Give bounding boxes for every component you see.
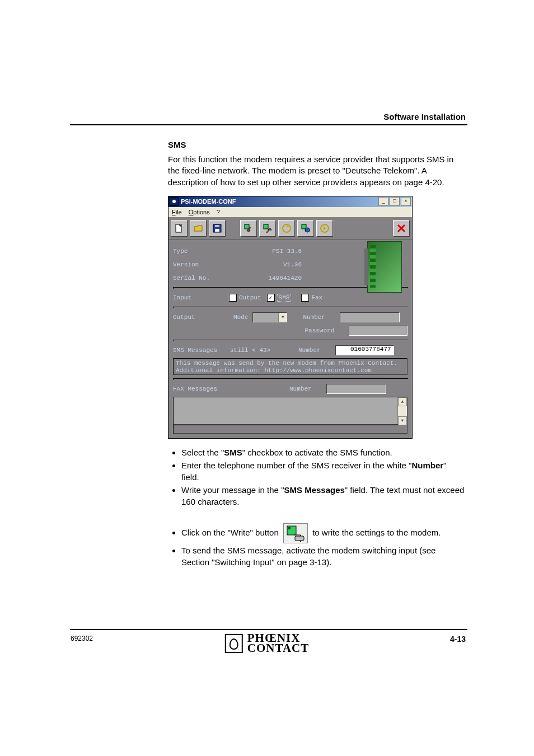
app-window: PSI-MODEM-CONF _ □ × File Options ?: [168, 196, 413, 439]
brand-logo: PHŒNIXCONTACT: [225, 633, 309, 654]
type-label: Type: [173, 248, 229, 255]
separator: [173, 307, 408, 308]
sms-remaining: still < 43>: [228, 347, 273, 354]
footer-left: 692302: [71, 635, 93, 642]
read-icon[interactable]: [240, 220, 257, 237]
serial-value: 1496414Z0: [229, 275, 302, 281]
password-label: Password: [305, 327, 334, 334]
version-value: V1.36: [229, 261, 302, 268]
instructions: Select the "SMS" checkbox to activate th…: [168, 447, 465, 568]
menubar: File Options ?: [168, 207, 412, 217]
toolbar: [168, 217, 412, 240]
list-item: Select the "SMS" checkbox to activate th…: [181, 447, 465, 458]
svg-marker-12: [324, 227, 326, 230]
output-label: Output: [173, 314, 229, 321]
window-title: PSI-MODEM-CONF: [181, 198, 236, 205]
mode-select[interactable]: ▼: [252, 312, 287, 322]
section-intro: For this function the modem requires a s…: [168, 154, 465, 188]
svg-rect-3: [215, 229, 219, 232]
config-icon[interactable]: [297, 220, 314, 237]
input-label: Input: [173, 294, 229, 301]
scroll-up-icon[interactable]: ▲: [398, 397, 407, 406]
app-icon: [170, 197, 179, 206]
svg-rect-17: [295, 536, 304, 541]
sms-cb-label: SMS: [277, 294, 292, 302]
fax-number-field[interactable]: [326, 384, 386, 394]
sync-icon[interactable]: [278, 220, 295, 237]
version-label: Version: [173, 261, 229, 268]
minimize-button[interactable]: _: [378, 197, 388, 206]
window-controls: _ □ ×: [378, 197, 412, 206]
section-heading: SMS: [168, 140, 465, 149]
list-item: Write your message in the "SMS Messages"…: [181, 484, 465, 508]
footer-rule: [70, 629, 467, 630]
separator: [173, 340, 408, 341]
sms-checkbox[interactable]: ✓: [267, 294, 275, 302]
fax-checkbox[interactable]: [301, 294, 309, 302]
output-cb-label: Output: [239, 294, 261, 301]
play-icon[interactable]: [316, 220, 333, 237]
write-icon[interactable]: [259, 220, 276, 237]
separator: [173, 378, 408, 380]
fax-label: FAX Messages: [173, 386, 285, 392]
scrollbar[interactable]: ▲ ▼: [397, 397, 407, 424]
svg-point-10: [305, 228, 310, 232]
menu-options[interactable]: Options: [189, 209, 210, 215]
svg-rect-6: [264, 224, 268, 229]
content-area: SMS For this function the modem requires…: [168, 140, 465, 569]
type-value: PSI 33.6: [229, 248, 302, 255]
mode-label: Mode: [233, 314, 248, 321]
password-field[interactable]: [349, 326, 407, 336]
maximize-button[interactable]: □: [390, 197, 400, 206]
output-number-field[interactable]: [340, 312, 400, 322]
sms-message-field[interactable]: This message was send by the new modem f…: [173, 358, 407, 375]
scroll-down-icon[interactable]: ▼: [398, 416, 407, 425]
write-button-icon: [283, 523, 308, 543]
titlebar: PSI-MODEM-CONF _ □ ×: [168, 196, 412, 207]
open-icon[interactable]: [190, 220, 207, 237]
close-button[interactable]: ×: [401, 197, 411, 206]
list-item: Enter the telephone number of the SMS re…: [181, 459, 465, 483]
serial-label: Serial No.: [173, 275, 229, 281]
sms-number-label: Number: [298, 347, 321, 354]
list-item: Click on the "Write" button to write the…: [181, 523, 465, 543]
new-icon[interactable]: [171, 220, 188, 237]
header-title: Software Installation: [383, 112, 466, 121]
svg-rect-16: [288, 527, 291, 529]
menu-help[interactable]: ?: [217, 209, 220, 215]
fax-message-field[interactable]: ▲ ▼: [173, 397, 407, 425]
sms-number-field[interactable]: 01603778477: [335, 345, 394, 355]
output-checkbox[interactable]: [229, 294, 237, 302]
page-number: 4-13: [450, 635, 466, 644]
list-item: To send the SMS message, activate the mo…: [181, 544, 465, 568]
svg-rect-9: [302, 224, 306, 229]
menu-file[interactable]: File: [172, 209, 182, 215]
fax-cb-label: Fax: [311, 294, 322, 301]
svg-rect-4: [215, 225, 219, 227]
device-image: [367, 241, 402, 293]
save-icon[interactable]: [209, 220, 226, 237]
number-label: Number: [303, 314, 325, 321]
header-rule: [70, 124, 467, 125]
delete-icon[interactable]: [393, 220, 410, 237]
logo-icon: [225, 634, 243, 653]
fax-number-label: Number: [289, 386, 312, 392]
sms-label: SMS Messages: [173, 347, 223, 354]
svg-rect-5: [245, 224, 249, 229]
statusbar: [173, 425, 407, 434]
